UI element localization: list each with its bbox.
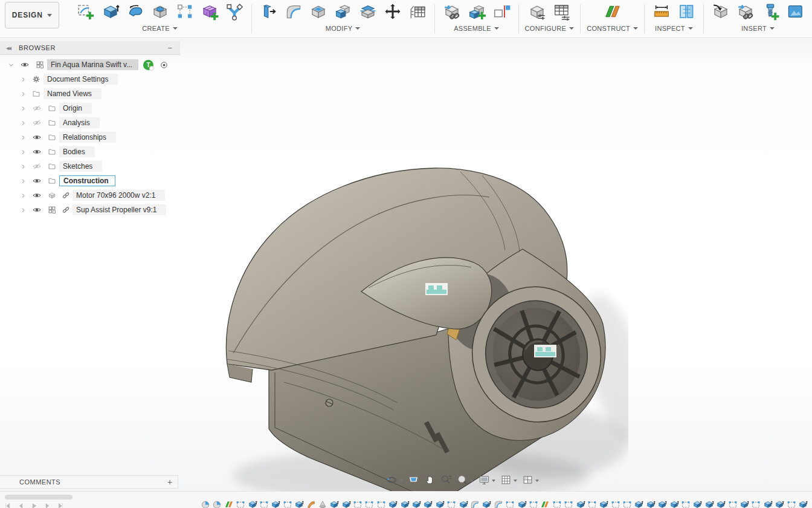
timeline-feature-sketch-32[interactable] [564,500,573,508]
tree-item-label[interactable]: Relationships [59,132,116,143]
timeline-feature-plane-30[interactable] [540,500,550,508]
toolbar-group-label-inspect[interactable]: INSPECT [655,25,693,32]
toolbar-group-label-construct[interactable]: CONSTRUCT [587,25,638,32]
toolbar-group-label-insert[interactable]: INSERT [741,25,775,32]
visibility-eye-off-icon[interactable] [29,161,45,171]
timeline-feature-extrude-44[interactable] [704,500,714,508]
offset-plane-button[interactable] [602,2,624,24]
timeline-feature-loft-10[interactable] [306,500,316,508]
orbit-button[interactable] [384,473,405,489]
tree-item-label[interactable]: Sup Assist Propeller v9:1 [72,204,166,215]
timeline-feature-sketch-46[interactable] [728,500,738,508]
timeline-feature-extrude-18[interactable] [400,500,410,508]
chevron-down-icon[interactable] [514,480,517,482]
add-comment-button[interactable]: + [162,477,178,487]
viewports-button[interactable] [520,473,541,489]
pan-button[interactable] [422,473,437,489]
browser-minimize-icon[interactable]: − [166,44,174,53]
chevron-right-icon[interactable] [17,192,29,200]
create-form-button[interactable] [199,2,221,24]
timeline-feature-sketch-51[interactable] [787,500,796,508]
timeline-feature-extrude-43[interactable] [692,500,702,508]
configuration-table-button[interactable] [551,2,573,24]
visibility-eye-icon[interactable] [29,190,45,200]
timeline-feature-plane-3[interactable] [224,500,234,508]
fit-button[interactable] [455,473,475,489]
timeline-feature-extrude-5[interactable] [248,500,257,508]
timeline-feature-sketch-29[interactable] [529,500,538,508]
timeline-feature-extrude-23[interactable] [459,500,468,508]
timeline-feature-extrude-41[interactable] [669,500,679,508]
timeline-feature-sketch-36[interactable] [611,500,620,508]
combine-button[interactable] [332,2,354,24]
timeline-feature-extrude-9[interactable] [294,500,304,508]
timeline-feature-extrude-12[interactable] [329,500,339,508]
insert-design-button[interactable] [735,2,756,24]
extrude-button[interactable] [100,2,121,24]
chevron-right-icon[interactable] [17,206,29,214]
timeline-feature-extrude-33[interactable] [576,500,585,508]
timeline-feature-sketch-4[interactable] [236,500,245,508]
visibility-eye-icon[interactable] [29,205,45,215]
visibility-eye-icon[interactable] [29,132,45,142]
timeline-feature-fillet-24[interactable] [470,500,480,508]
timeline-feature-sketch-42[interactable] [681,500,691,508]
visibility-eye-icon[interactable] [29,147,45,157]
timeline-feature-sketch-27[interactable] [505,500,515,508]
timeline-feature-extrude-40[interactable] [657,500,667,508]
chevron-down-icon[interactable] [399,480,403,482]
grid-settings-button[interactable] [498,473,519,489]
timeline-play-button[interactable] [30,502,39,508]
timeline-feature-extrude-52[interactable] [798,500,808,508]
timeline-skip-start-button[interactable] [4,502,12,508]
activate-component-radio[interactable] [160,60,169,70]
canvas-button[interactable] [784,2,806,24]
timeline-feature-cone-11[interactable] [318,500,327,508]
chevron-down-icon[interactable] [492,480,495,482]
tree-item-label[interactable]: Origin [59,103,92,114]
revolve-button[interactable] [124,2,146,24]
chevron-right-icon[interactable] [17,105,29,112]
workspace-selector[interactable]: DESIGN [5,2,59,28]
toolbar-group-label-assemble[interactable]: ASSEMBLE [454,25,499,32]
timeline-feature-extrude-20[interactable] [423,500,433,508]
timeline-feature-extrude-39[interactable] [646,500,656,508]
display-settings-button[interactable] [477,473,497,489]
tree-item-label[interactable]: Named Views [44,88,102,99]
timeline-feature-extrude-47[interactable] [740,500,749,508]
timeline-feature-sketch-48[interactable] [751,500,761,508]
timeline-feature-extrude-21[interactable] [435,500,445,508]
toolbar-group-label-configure[interactable]: CONFIGURE [525,25,575,32]
visibility-eye-icon[interactable] [29,176,45,186]
joint-button[interactable] [491,2,512,24]
timeline-feature-sketch-8[interactable] [283,500,292,508]
timeline-feature-sketch-34[interactable] [587,500,597,508]
timeline-feature-sketch-37[interactable] [622,500,632,508]
joint-marker-2[interactable] [534,345,556,357]
chevron-down-icon[interactable] [535,480,539,482]
timeline-feature-extrude-35[interactable] [599,500,608,508]
press-pull-button[interactable] [258,2,280,24]
move-copy-button[interactable] [382,2,404,24]
chevron-right-icon[interactable] [17,163,29,171]
new-component-button[interactable] [466,2,488,24]
timeline-feature-extrude-7[interactable] [271,500,280,508]
chevron-right-icon[interactable] [17,90,29,98]
chevron-right-icon[interactable] [17,148,29,156]
insert-fastener-button[interactable] [759,2,781,24]
timeline-feature-extrude-28[interactable] [517,500,527,508]
chevron-right-icon[interactable] [17,119,29,127]
tree-item-label[interactable]: Sketches [59,161,102,172]
timeline-skip-end-button[interactable] [57,502,65,508]
sup-propeller-model[interactable] [218,160,628,508]
tree-item-label[interactable]: Construction [59,175,115,186]
section-analysis-button[interactable] [675,2,697,24]
browser-collapse-icon[interactable]: ◂◂ [6,44,10,52]
timeline-feature-extrude-45[interactable] [716,500,726,508]
chevron-down-icon[interactable] [470,480,474,482]
hole-button[interactable] [149,2,171,24]
split-body-button[interactable] [357,2,379,24]
timeline-feature-extrude-49[interactable] [763,500,773,508]
timeline-feature-sketch-14[interactable] [353,500,362,508]
timeline-feature-extrude-38[interactable] [634,500,643,508]
